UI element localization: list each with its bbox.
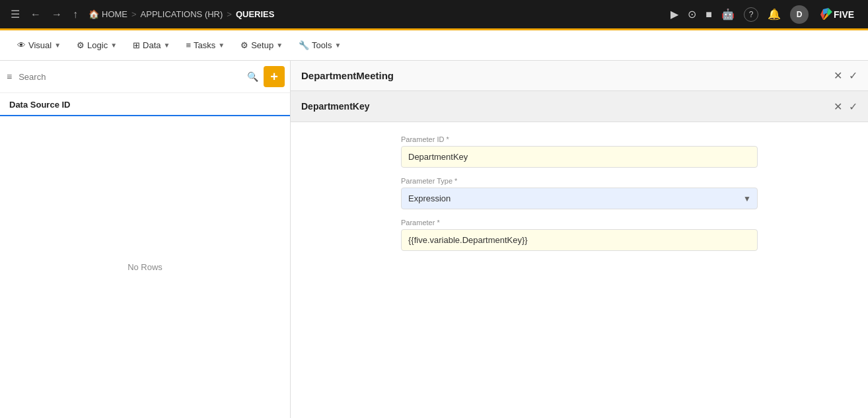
tasks-caret: ▼ (218, 42, 225, 49)
query-header-actions: ✕ ✓ (834, 69, 857, 82)
five-logo: FIVE (818, 7, 860, 22)
logic-menu-btn[interactable]: ⚙ Logic ▼ (70, 37, 124, 53)
parameter-id-label: Parameter ID * (401, 135, 758, 143)
top-bar: ☰ ← → ↑ 🏠 HOME > APPLICATIONS (HR) > QUE… (0, 0, 868, 30)
search-topbar-icon[interactable]: ⊙ (688, 8, 696, 20)
data-icon: ⊞ (133, 40, 140, 50)
parameter-confirm-button[interactable]: ✓ (849, 100, 857, 113)
search-icon: 🔍 (247, 71, 258, 82)
tools-caret: ▼ (334, 42, 341, 49)
sidebar-column-header: Data Source ID (0, 93, 290, 116)
tasks-menu-btn[interactable]: ≡ Tasks ▼ (179, 37, 231, 53)
toolbar-left: 👁 Visual ▼ ⚙ Logic ▼ ⊞ Data ▼ ≡ Tasks ▼ … (11, 37, 347, 53)
parameter-section: DepartmentKey ✕ ✓ (291, 91, 868, 122)
data-menu-btn[interactable]: ⊞ Data ▼ (126, 37, 176, 53)
menu-icon[interactable]: ☰ (8, 5, 22, 23)
play-icon[interactable]: ▶ (670, 8, 678, 20)
robot-icon[interactable]: 🤖 (721, 8, 735, 20)
setup-icon: ⚙ (240, 40, 248, 50)
logic-caret: ▼ (110, 42, 117, 49)
data-caret: ▼ (164, 42, 170, 49)
filter-icon[interactable]: ≡ (5, 70, 13, 83)
topbar-right: ▶ ⊙ ■ 🤖 ? 🔔 D FIVE (670, 5, 860, 24)
parameter-type-select[interactable]: Expression Value Field (401, 188, 758, 209)
parameter-value-field: Parameter * (401, 219, 758, 251)
tools-menu-btn[interactable]: 🔧 Tools ▼ (292, 37, 347, 53)
toolbar: 👁 Visual ▼ ⚙ Logic ▼ ⊞ Data ▼ ≡ Tasks ▼ … (0, 30, 868, 61)
tools-icon: 🔧 (299, 40, 309, 50)
parameter-header: DepartmentKey ✕ ✓ (291, 91, 868, 122)
add-button[interactable]: + (264, 66, 285, 87)
queries-breadcrumb[interactable]: QUERIES (236, 9, 275, 19)
logic-icon: ⚙ (77, 40, 85, 50)
tasks-icon: ≡ (186, 40, 191, 50)
parameter-value-label: Parameter * (401, 219, 758, 226)
sidebar-empty-state: No Rows (0, 116, 290, 418)
parameter-title: DepartmentKey (301, 101, 369, 112)
bell-icon[interactable]: 🔔 (768, 8, 781, 20)
parameter-header-actions: ✕ ✓ (834, 100, 857, 113)
forward-icon[interactable]: → (49, 6, 65, 23)
visual-icon: 👁 (17, 40, 26, 50)
parameter-type-field: Parameter Type * Expression Value Field … (401, 177, 758, 209)
breadcrumb-sep-1: > (131, 9, 137, 19)
parameter-id-input[interactable] (401, 146, 758, 168)
parameter-type-select-wrapper: Expression Value Field ▼ (401, 188, 758, 209)
breadcrumb: 🏠 HOME > APPLICATIONS (HR) > QUERIES (89, 9, 274, 19)
query-title: DepartmentMeeting (301, 70, 394, 81)
main-layout: ≡ 🔍 + Data Source ID No Rows DepartmentM… (0, 61, 868, 418)
parameter-type-label: Parameter Type * (401, 177, 758, 185)
applications-breadcrumb[interactable]: APPLICATIONS (HR) (141, 9, 223, 19)
sidebar-search-bar: ≡ 🔍 + (0, 61, 290, 93)
setup-menu-btn[interactable]: ⚙ Setup ▼ (234, 37, 289, 53)
setup-caret: ▼ (276, 42, 283, 49)
five-logo-svg: FIVE (818, 7, 860, 22)
back-icon[interactable]: ← (28, 6, 44, 23)
query-header: DepartmentMeeting ✕ ✓ (291, 61, 868, 91)
avatar[interactable]: D (790, 5, 809, 24)
sidebar: ≡ 🔍 + Data Source ID No Rows (0, 61, 291, 418)
breadcrumb-sep-2: > (227, 9, 232, 19)
help-icon[interactable]: ? (744, 7, 758, 22)
search-button[interactable]: 🔍 (247, 71, 258, 82)
form-container: Parameter ID * Parameter Type * Expressi… (291, 122, 868, 418)
form-fields: Parameter ID * Parameter Type * Expressi… (401, 122, 758, 273)
search-input[interactable] (18, 72, 242, 82)
home-icon: 🏠 (89, 9, 99, 19)
visual-menu-btn[interactable]: 👁 Visual ▼ (11, 37, 67, 53)
up-icon[interactable]: ↑ (70, 6, 81, 23)
content-area: DepartmentMeeting ✕ ✓ DepartmentKey ✕ ✓ … (291, 61, 868, 418)
svg-text:FIVE: FIVE (834, 9, 854, 20)
home-breadcrumb[interactable]: 🏠 HOME (89, 9, 127, 19)
query-confirm-button[interactable]: ✓ (849, 69, 857, 82)
query-close-button[interactable]: ✕ (834, 69, 842, 82)
stop-icon[interactable]: ■ (705, 9, 712, 20)
parameter-close-button[interactable]: ✕ (834, 100, 842, 113)
parameter-id-field: Parameter ID * (401, 135, 758, 168)
parameter-value-input[interactable] (401, 229, 758, 251)
visual-caret: ▼ (54, 42, 61, 49)
